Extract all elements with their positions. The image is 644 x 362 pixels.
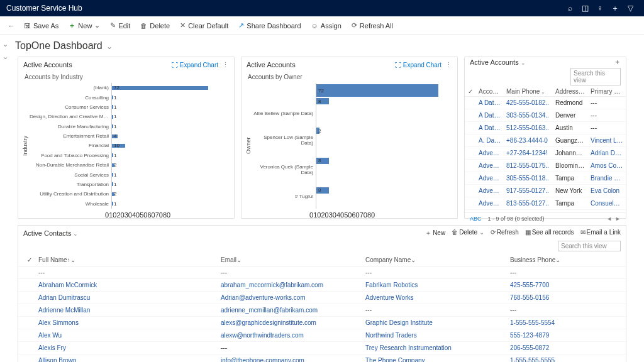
contact-email-link[interactable]: alexs@graphicdesigninstitute.com <box>218 319 363 326</box>
contact-company-link[interactable]: Northwind Traders <box>363 332 508 339</box>
more-icon[interactable]: ⋮ <box>222 61 229 69</box>
contacts-see-all-button[interactable]: ▦See all records <box>525 229 574 238</box>
contacts-refresh-button[interactable]: ⟳Refresh <box>491 229 519 238</box>
search-contacts-input[interactable]: Search this view <box>558 241 621 251</box>
contact-name-link[interactable]: --- <box>36 269 218 276</box>
expand-chart-button[interactable]: ⛶Expand Chart <box>172 62 218 69</box>
pager-prev-icon[interactable]: ◄ <box>606 216 612 222</box>
save-as-button[interactable]: 🖫Save As <box>20 19 62 32</box>
alpha-pager[interactable]: ABC <box>470 216 482 222</box>
add-icon[interactable]: ＋ <box>608 1 623 16</box>
clear-default-button[interactable]: ✕Clear Default <box>176 19 232 32</box>
collapse-toggle-icon[interactable]: ⌄ <box>3 40 10 48</box>
contact-company-link[interactable]: Graphic Design Institute <box>363 319 508 326</box>
table-row[interactable]: Adventure Works Instrumentation813-555-0… <box>465 197 626 210</box>
contact-name-link[interactable]: Adrian Dumitrascu <box>36 294 218 301</box>
contact-email-link[interactable]: adrienne_mcmillan@fabrikam.com <box>218 307 363 314</box>
table-row[interactable]: Adventure Works Electronics305-555-0118.… <box>465 172 626 185</box>
table-row[interactable]: A Datum Fabrication303-555-0134..Denver-… <box>465 109 626 122</box>
col-full-name[interactable]: Full Name↑⌄ <box>36 256 218 263</box>
share-dashboard-button[interactable]: ↗Share Dashboard <box>235 19 304 32</box>
col-business-phone[interactable]: Business Phone⌄ <box>508 256 619 263</box>
contact-name-link[interactable]: Adrienne McMillan <box>36 307 218 314</box>
col-email[interactable]: Email⌄ <box>218 256 363 263</box>
account-phone-link[interactable]: 917-555-0127.. <box>504 187 553 194</box>
contact-phone-link[interactable]: 206-555-0872 <box>508 344 619 351</box>
search-icon[interactable]: ⌕ <box>562 1 577 16</box>
col-account-name[interactable]: Account Name↑⌄ <box>476 88 504 95</box>
add-icon[interactable]: ＋ <box>614 57 621 67</box>
col-address[interactable]: Address 1:...⌄ <box>553 88 588 95</box>
account-name-link[interactable]: Adventure Works <box>476 150 504 156</box>
edit-button[interactable]: ✎Edit <box>106 19 134 32</box>
table-row[interactable]: Allison Browninfo@thephone-company.comTh… <box>18 354 626 362</box>
account-phone-link[interactable]: 425-555-0182.. <box>504 99 553 106</box>
contact-name-link[interactable]: Abraham McCormick <box>36 282 218 288</box>
delete-button[interactable]: 🗑Delete <box>136 19 174 32</box>
account-phone-link[interactable]: 512-555-0163.. <box>504 124 553 131</box>
table-row[interactable]: Adrian DumitrascuAdrian@adventure-works.… <box>18 292 626 304</box>
account-phone-link[interactable]: 812-555-0175.. <box>504 162 553 169</box>
pager-next-icon[interactable]: ► <box>615 216 621 222</box>
search-accounts-input[interactable]: Search this view <box>570 68 621 85</box>
account-name-link[interactable]: A Datum Corporation <box>476 99 504 106</box>
col-company[interactable]: Company Name⌄ <box>363 256 508 263</box>
contact-phone-link[interactable]: 1-555-555-5555 <box>508 357 619 362</box>
contact-company-link[interactable]: Fabrikam Robotics <box>363 282 508 288</box>
contact-email-link[interactable]: Adrian@adventure-works.com <box>218 294 363 301</box>
contact-name-link[interactable]: Allison Brown <box>36 357 218 362</box>
task-icon[interactable]: ◫ <box>577 1 592 16</box>
table-row[interactable]: Alex Wualexw@northwindtraders.comNorthwi… <box>18 329 626 342</box>
select-all-checkbox[interactable]: ✓ <box>25 256 36 263</box>
contact-email-link[interactable]: alexw@northwindtraders.com <box>218 332 363 339</box>
table-row[interactable]: A Datum Integration512-555-0163..Austin-… <box>465 122 626 134</box>
col-main-phone[interactable]: Main Phone⌄ <box>504 88 553 95</box>
account-phone-link[interactable]: 813-555-0127.. <box>504 200 553 207</box>
contact-email-link[interactable]: info@thephone-company.com <box>218 357 363 362</box>
filter-icon[interactable]: ▽ <box>623 1 638 16</box>
page-title-chevron-icon[interactable]: ⌄ <box>106 42 113 51</box>
account-phone-link[interactable]: +86-23-4444-0 <box>504 137 553 144</box>
bulb-icon[interactable]: ♀ <box>592 1 608 16</box>
account-phone-link[interactable]: 303-555-0134.. <box>504 112 553 119</box>
more-icon[interactable]: ⋮ <box>445 61 452 69</box>
table-row[interactable]: Adventure Works812-555-0175..Bloomingt..… <box>465 160 626 172</box>
new-button[interactable]: ＋New⌄ <box>65 18 104 33</box>
assign-button[interactable]: ☺Assign <box>308 19 345 32</box>
contact-company-link[interactable]: The Phone Company <box>363 357 508 362</box>
table-row[interactable]: Adventure Works Engineering917-555-0127.… <box>465 185 626 197</box>
contact-company-link[interactable]: Trey Research Instrumentation <box>363 344 508 351</box>
contacts-delete-button[interactable]: 🗑Delete ⌄ <box>452 229 484 238</box>
account-name-link[interactable]: Adventure Works Electronics <box>476 175 504 182</box>
accounts-card-title[interactable]: Active Accounts ⌄ <box>470 58 610 66</box>
select-all-checkbox[interactable]: ✓ <box>465 88 476 95</box>
back-icon[interactable]: ← <box>5 22 18 30</box>
refresh-all-button[interactable]: ⟳Refresh All <box>348 19 397 32</box>
contact-phone-link[interactable]: 768-555-0156 <box>508 294 619 301</box>
account-name-link[interactable]: Adventure Works Instrumentation <box>476 200 504 207</box>
contact-name-link[interactable]: Alex Wu <box>36 332 218 339</box>
table-row[interactable]: ------------ <box>18 266 626 279</box>
account-phone-link[interactable]: +27-264-1234! <box>504 150 553 156</box>
table-row[interactable]: Abraham McCormickabraham_mccormick@fabri… <box>18 279 626 292</box>
contact-phone-link[interactable]: 425-555-7700 <box>508 282 619 288</box>
contact-phone-link[interactable]: 555-123-4879 <box>508 332 619 339</box>
table-row[interactable]: A Datum Corporation425-555-0182..Redmond… <box>465 97 626 109</box>
contact-company-link[interactable]: Adventure Works <box>363 294 508 301</box>
account-name-link[interactable]: A Datum Integration <box>476 124 504 131</box>
contacts-email-link-button[interactable]: ✉Email a Link <box>580 229 621 238</box>
collapse-toggle-icon[interactable]: ⌄ <box>3 53 10 60</box>
table-row[interactable]: Alex Simmonsalexs@graphicdesigninstitute… <box>18 317 626 329</box>
account-name-link[interactable]: A. Datum <box>476 137 504 144</box>
expand-chart-button[interactable]: ⛶Expand Chart <box>395 62 441 69</box>
contact-email-link[interactable]: abraham_mccormick@fabrikam.com <box>218 282 363 288</box>
account-phone-link[interactable]: 305-555-0118.. <box>504 175 553 182</box>
contacts-card-title[interactable]: Active Contacts ⌄ <box>23 229 221 237</box>
col-primary-contact[interactable]: Primary Contact <box>588 88 626 95</box>
contact-name-link[interactable]: Alex Simmons <box>36 319 218 326</box>
contacts-new-button[interactable]: ＋New <box>425 229 445 238</box>
contact-name-link[interactable]: Alexis Fry <box>36 344 218 351</box>
account-name-link[interactable]: Adventure Works Engineering <box>476 187 504 194</box>
account-name-link[interactable]: Adventure Works <box>476 162 504 169</box>
table-row[interactable]: Adventure Works+27-264-1234!Johannesb...… <box>465 147 626 160</box>
